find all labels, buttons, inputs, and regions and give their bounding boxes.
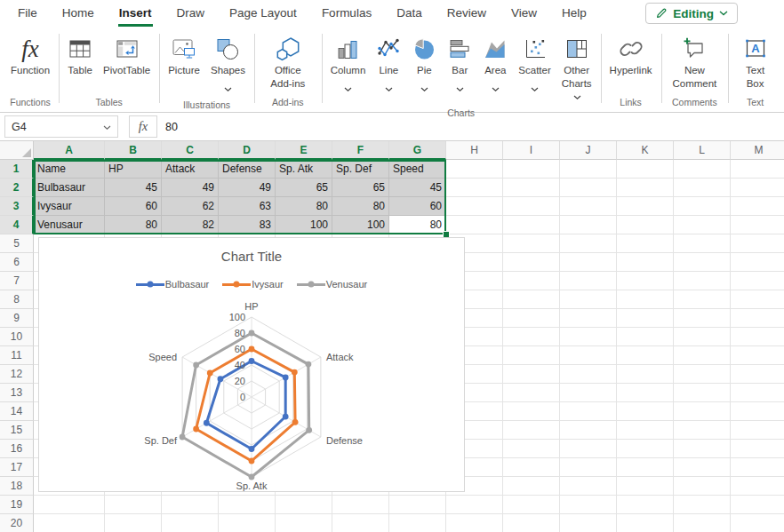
- cell-a20[interactable]: [34, 514, 105, 532]
- editing-mode-button[interactable]: Editing: [645, 3, 738, 24]
- menu-tab-data[interactable]: Data: [384, 0, 435, 27]
- column-header-k[interactable]: K: [617, 141, 674, 160]
- bar-button[interactable]: Bar: [443, 32, 476, 96]
- pivottable-button[interactable]: PivotTable: [99, 32, 155, 77]
- cell-i17[interactable]: [503, 458, 560, 477]
- cell-l16[interactable]: [674, 440, 731, 458]
- cell-k10[interactable]: [617, 328, 674, 346]
- cell-j5[interactable]: [560, 234, 617, 253]
- cell-i9[interactable]: [503, 309, 560, 328]
- cell-i1[interactable]: [503, 160, 560, 179]
- cell-j19[interactable]: [560, 496, 617, 514]
- cell-i3[interactable]: [503, 197, 560, 216]
- cell-i11[interactable]: [503, 346, 560, 365]
- row-header-15[interactable]: 15: [0, 421, 34, 440]
- cell-c1[interactable]: Attack: [162, 160, 219, 179]
- row-header-7[interactable]: 7: [0, 272, 34, 290]
- cell-k17[interactable]: [617, 458, 674, 477]
- row-header-5[interactable]: 5: [0, 234, 34, 253]
- cell-m6[interactable]: [731, 253, 784, 272]
- cell-k14[interactable]: [617, 402, 674, 421]
- fx-button[interactable]: fx: [129, 115, 157, 138]
- text-box-button[interactable]: AText Box: [732, 32, 778, 91]
- cell-k15[interactable]: [617, 421, 674, 440]
- cell-m9[interactable]: [731, 309, 784, 328]
- row-header-11[interactable]: 11: [0, 346, 34, 365]
- cell-i16[interactable]: [503, 440, 560, 458]
- column-header-e[interactable]: E: [276, 141, 332, 160]
- row-header-9[interactable]: 9: [0, 309, 34, 328]
- cell-d20[interactable]: [219, 514, 276, 532]
- cell-l8[interactable]: [674, 290, 731, 309]
- cell-i8[interactable]: [503, 290, 560, 309]
- picture-button[interactable]: Picture: [164, 32, 204, 77]
- cell-m14[interactable]: [731, 402, 784, 421]
- cell-i20[interactable]: [503, 514, 560, 532]
- menu-tab-file[interactable]: File: [5, 0, 50, 27]
- scatter-button[interactable]: Scatter: [514, 32, 555, 96]
- cell-j14[interactable]: [560, 402, 617, 421]
- cell-j15[interactable]: [560, 421, 617, 440]
- menu-tab-insert[interactable]: Insert: [107, 0, 164, 27]
- cell-i18[interactable]: [503, 477, 560, 496]
- cell-i12[interactable]: [503, 365, 560, 384]
- row-header-4[interactable]: 4: [0, 216, 34, 234]
- cell-j8[interactable]: [560, 290, 617, 309]
- name-box[interactable]: G4: [4, 115, 118, 138]
- cell-j11[interactable]: [560, 346, 617, 365]
- row-header-1[interactable]: 1: [0, 160, 34, 179]
- cell-b4[interactable]: 80: [105, 216, 162, 234]
- column-header-l[interactable]: L: [674, 141, 731, 160]
- cell-l10[interactable]: [674, 328, 731, 346]
- cell-l17[interactable]: [674, 458, 731, 477]
- cell-i7[interactable]: [503, 272, 560, 290]
- cell-e4[interactable]: 100: [276, 216, 332, 234]
- column-header-d[interactable]: D: [219, 141, 276, 160]
- cell-j1[interactable]: [560, 160, 617, 179]
- pie-button[interactable]: Pie: [407, 32, 441, 96]
- cell-i6[interactable]: [503, 253, 560, 272]
- cell-b3[interactable]: 60: [105, 197, 162, 216]
- cell-e3[interactable]: 80: [276, 197, 332, 216]
- menu-tab-home[interactable]: Home: [50, 0, 107, 27]
- cell-m20[interactable]: [731, 514, 784, 532]
- cell-g3[interactable]: 60: [389, 197, 446, 216]
- row-header-2[interactable]: 2: [0, 179, 34, 197]
- cell-h1[interactable]: [446, 160, 503, 179]
- cell-j9[interactable]: [560, 309, 617, 328]
- cell-m15[interactable]: [731, 421, 784, 440]
- row-header-6[interactable]: 6: [0, 253, 34, 272]
- cell-a2[interactable]: Bulbasaur: [34, 179, 105, 197]
- cell-k13[interactable]: [617, 384, 674, 402]
- cell-k5[interactable]: [617, 234, 674, 253]
- cell-k2[interactable]: [617, 179, 674, 197]
- function-button[interactable]: fxFunction: [6, 32, 54, 77]
- menu-tab-view[interactable]: View: [499, 0, 549, 27]
- column-header-j[interactable]: J: [560, 141, 617, 160]
- cell-j3[interactable]: [560, 197, 617, 216]
- column-header-m[interactable]: M: [731, 141, 784, 160]
- cell-m3[interactable]: [731, 197, 784, 216]
- cell-l19[interactable]: [674, 496, 731, 514]
- cell-d1[interactable]: Defense: [219, 160, 276, 179]
- cell-e20[interactable]: [276, 514, 332, 532]
- cell-l18[interactable]: [674, 477, 731, 496]
- cell-m8[interactable]: [731, 290, 784, 309]
- cell-e2[interactable]: 65: [276, 179, 332, 197]
- row-header-10[interactable]: 10: [0, 328, 34, 346]
- cell-l12[interactable]: [674, 365, 731, 384]
- cell-m13[interactable]: [731, 384, 784, 402]
- cell-k12[interactable]: [617, 365, 674, 384]
- cell-c19[interactable]: [162, 496, 219, 514]
- row-header-3[interactable]: 3: [0, 197, 34, 216]
- cell-f3[interactable]: 80: [332, 197, 389, 216]
- row-header-12[interactable]: 12: [0, 365, 34, 384]
- cell-m17[interactable]: [731, 458, 784, 477]
- menu-tab-review[interactable]: Review: [435, 0, 499, 27]
- cell-k8[interactable]: [617, 290, 674, 309]
- cell-l13[interactable]: [674, 384, 731, 402]
- cell-l11[interactable]: [674, 346, 731, 365]
- cell-k6[interactable]: [617, 253, 674, 272]
- cell-f19[interactable]: [332, 496, 389, 514]
- cell-h2[interactable]: [446, 179, 503, 197]
